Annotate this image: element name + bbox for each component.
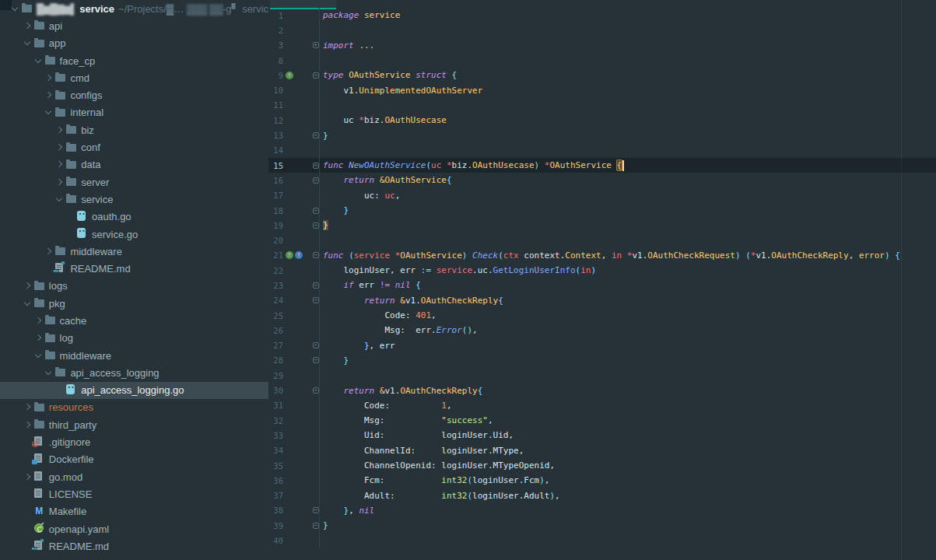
code-line-38[interactable]: 38− }, nil (268, 503, 936, 518)
code-line-12[interactable]: 12 uc *biz.OAuthUsecase (268, 113, 936, 128)
line-number[interactable]: 9 (268, 71, 283, 80)
fold-marker-icon[interactable]: − (313, 507, 319, 513)
code-line-18[interactable]: 18− } (268, 203, 936, 218)
code-line-34[interactable]: 34 ChannelId: loginUser.MType, (268, 443, 936, 458)
code-line-22[interactable]: 22 loginUser, err := service.uc.GetLogin… (268, 263, 936, 278)
code-line-13[interactable]: 13−} (268, 128, 936, 142)
tree-item-face_cp[interactable]: face_cp (0, 52, 268, 69)
chevron-right-icon[interactable] (55, 178, 64, 187)
fold-marker-icon[interactable]: − (313, 222, 319, 229)
chevron-down-icon[interactable] (44, 108, 53, 117)
tree-item-pkg[interactable]: pkg (0, 295, 268, 312)
code-line-21[interactable]: 21↑↑−func (service *OAuthService) Check(… (268, 248, 936, 263)
line-number[interactable]: 24 (268, 296, 283, 305)
chevron-right-icon[interactable] (55, 160, 64, 169)
chevron-down-icon[interactable] (23, 39, 32, 47)
chevron-right-icon[interactable] (44, 91, 53, 100)
line-number[interactable]: 21 (268, 250, 283, 260)
chevron-right-icon[interactable] (34, 334, 43, 342)
fold-marker-icon[interactable]: − (313, 177, 319, 184)
fold-marker-icon[interactable]: − (313, 132, 319, 138)
code-line-31[interactable]: 31 Code: 1, (268, 398, 936, 413)
chevron-down-icon[interactable] (34, 57, 43, 65)
chevron-right-icon[interactable] (55, 126, 64, 135)
line-number[interactable]: 17 (268, 191, 283, 200)
code-line-25[interactable]: 25 Code: 401, (268, 308, 936, 323)
chevron-right-icon[interactable] (34, 317, 43, 325)
fold-marker-icon[interactable]: − (313, 163, 319, 169)
chevron-right-icon[interactable] (23, 403, 32, 411)
code-line-39[interactable]: 39−} (268, 518, 936, 533)
line-number[interactable]: 23 (268, 281, 283, 290)
line-number[interactable]: 32 (268, 416, 283, 425)
code-line-28[interactable]: 28− } (268, 353, 936, 368)
implements-gutter-icon[interactable]: ↑ (286, 72, 293, 79)
tree-item-.gitignore[interactable]: .gitignore (0, 433, 268, 450)
code-line-27[interactable]: 27− }, err (268, 338, 936, 353)
fold-marker-icon[interactable]: + (313, 42, 319, 48)
tree-item-openapi.yaml[interactable]: openapi.yaml (0, 520, 268, 537)
line-number[interactable]: 8 (268, 56, 283, 65)
code-line-35[interactable]: 35 ChannelOpenid: loginUser.MTypeOpenid, (268, 458, 936, 473)
fold-marker-icon[interactable]: − (313, 282, 319, 289)
tree-item-service.go[interactable]: service.go (0, 226, 268, 243)
line-number[interactable]: 2 (268, 26, 283, 35)
tree-item-LICENSE[interactable]: LICENSE (0, 485, 268, 502)
tree-item-resources[interactable]: resources (0, 399, 268, 416)
line-number[interactable]: 31 (268, 401, 283, 410)
tree-item-Makefile[interactable]: MMakefile (0, 503, 268, 520)
line-number[interactable]: 35 (268, 461, 283, 471)
chevron-right-icon[interactable] (23, 22, 32, 30)
code-line-15[interactable]: 15−func NewOAuthService(uc *biz.OAuthUse… (268, 158, 936, 173)
overrides-gutter-icon[interactable]: ↑ (295, 251, 303, 259)
chevron-down-icon[interactable] (44, 369, 53, 377)
line-number[interactable]: 22 (268, 266, 283, 275)
fold-marker-icon[interactable]: − (313, 72, 319, 79)
tree-item-api_access_logging.go[interactable]: api_access_logging.go (0, 382, 268, 399)
code-line-16[interactable]: 16− return &OAuthService{ (268, 173, 936, 187)
code-line-26[interactable]: 26 Msg: err.Error(), (268, 323, 936, 338)
fold-marker-icon[interactable]: − (313, 297, 319, 303)
code-line-20[interactable]: 20 (268, 233, 936, 247)
code-line-10[interactable]: 10 v1.UnimplementedOAuthServer (268, 82, 936, 97)
line-number[interactable]: 19 (268, 221, 283, 230)
tree-item-api_access_logging[interactable]: api_access_logging (0, 364, 268, 381)
tree-item-middleware[interactable]: middleware (0, 243, 268, 260)
line-number[interactable]: 18 (268, 206, 283, 215)
code-line-3[interactable]: 3+import ... (268, 38, 936, 53)
chevron-right-icon[interactable] (23, 421, 32, 429)
line-number[interactable]: 27 (268, 341, 283, 350)
fold-marker-icon[interactable]: − (313, 342, 319, 348)
tree-item-api[interactable]: api (0, 17, 268, 34)
code-line-24[interactable]: 24− return &v1.OAuthCheckReply{ (268, 293, 936, 308)
code-line-14[interactable]: 14 (268, 143, 936, 158)
tree-item-third_party[interactable]: third_party (0, 416, 268, 433)
tree-item-data[interactable]: data (0, 156, 268, 173)
code-line-8[interactable]: 8 (268, 53, 936, 68)
chevron-right-icon[interactable] (44, 247, 53, 256)
chevron-right-icon[interactable] (23, 473, 32, 481)
tree-item-app[interactable]: app (0, 35, 268, 52)
tree-item-middleware[interactable]: middleware (0, 347, 268, 364)
tree-item-internal[interactable]: internal (0, 104, 268, 121)
code-line-40[interactable]: 40 (268, 533, 936, 548)
tree-item-configs[interactable]: configs (0, 86, 268, 103)
tree-item-Dockerfile[interactable]: Dockerfile (0, 451, 268, 468)
line-number[interactable]: 1 (268, 11, 283, 20)
tree-item-README.md[interactable]: MDREADME.md (0, 260, 268, 277)
chevron-down-icon[interactable] (55, 195, 64, 204)
implements-gutter-icon[interactable]: ↑ (286, 251, 293, 259)
chevron-down-icon[interactable] (34, 352, 43, 360)
code-line-11[interactable]: 11 (268, 98, 936, 113)
chevron-right-icon[interactable] (55, 143, 64, 152)
line-number[interactable]: 3 (268, 40, 283, 50)
chevron-right-icon[interactable] (44, 74, 53, 82)
line-number[interactable]: 12 (268, 116, 283, 125)
line-number[interactable]: 36 (268, 476, 283, 485)
tree-item-service[interactable]: service (0, 191, 268, 208)
code-line-19[interactable]: 19−} (268, 218, 936, 233)
code-line-36[interactable]: 36 Fcm: int32(loginUser.Fcm), (268, 473, 936, 488)
tree-item-biz[interactable]: biz (0, 121, 268, 138)
tree-root-row[interactable]: █▆█▇▆▌ service ~/Projects/▓… ▓▓▓ ▓▓-g▘ s… (0, 0, 268, 17)
code-line-17[interactable]: 17 uc: uc, (268, 188, 936, 203)
